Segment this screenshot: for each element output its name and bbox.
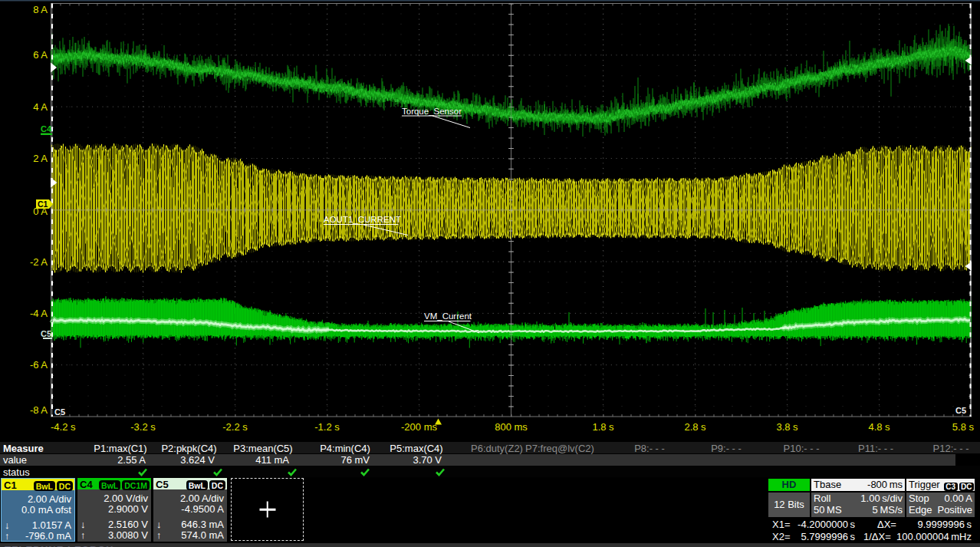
svg-text:0 A: 0 A <box>33 206 48 217</box>
svg-text:3.8 s: 3.8 s <box>776 421 798 433</box>
svg-text:4.8 s: 4.8 s <box>868 421 890 433</box>
svg-text:Torque_Sensor: Torque_Sensor <box>402 107 462 116</box>
svg-text:2 A: 2 A <box>33 153 48 164</box>
svg-text:5.8 s: 5.8 s <box>952 421 975 433</box>
svg-text:-4 A: -4 A <box>30 308 48 319</box>
svg-text:C5: C5 <box>955 406 966 415</box>
svg-text:-3.2 s: -3.2 s <box>130 421 156 433</box>
svg-text:2.8 s: 2.8 s <box>684 421 706 433</box>
svg-text:-6 A: -6 A <box>30 359 48 371</box>
svg-text:-1.2 s: -1.2 s <box>314 421 340 433</box>
svg-text:C4: C4 <box>41 124 52 133</box>
svg-text:-2.2 s: -2.2 s <box>222 421 248 433</box>
svg-text:1.8 s: 1.8 s <box>592 421 614 433</box>
svg-text:4 A: 4 A <box>33 101 48 113</box>
svg-text:-2 A: -2 A <box>30 256 48 268</box>
svg-text:AOUT1_CURRENT: AOUT1_CURRENT <box>324 215 401 224</box>
svg-text:VM_Current: VM_Current <box>424 311 472 321</box>
svg-text:C5: C5 <box>54 407 65 417</box>
svg-text:8 A: 8 A <box>33 4 48 15</box>
svg-text:-4.2 s: -4.2 s <box>51 421 76 433</box>
svg-text:-8 A: -8 A <box>30 404 48 416</box>
svg-text:C5: C5 <box>41 329 51 338</box>
svg-text:800 ms: 800 ms <box>495 421 528 433</box>
svg-text:-200 ms: -200 ms <box>401 421 437 433</box>
svg-text:6 A: 6 A <box>33 49 48 61</box>
